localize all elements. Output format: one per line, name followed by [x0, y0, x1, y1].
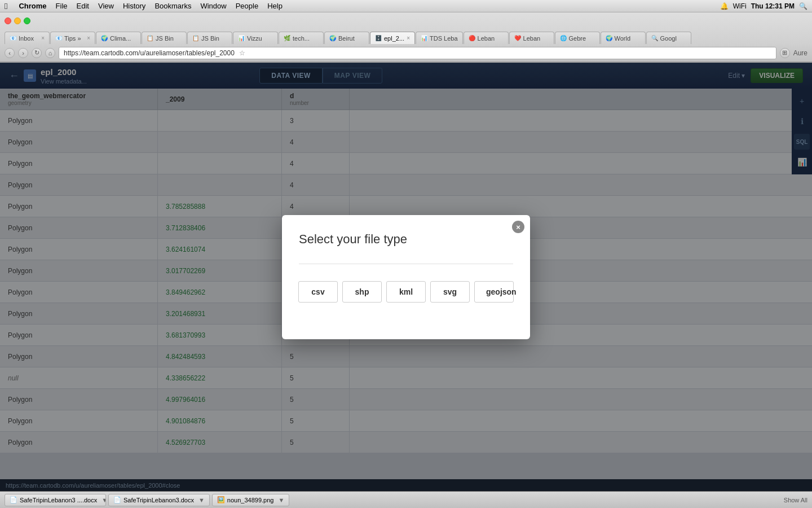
- home-button[interactable]: ⌂: [45, 48, 55, 58]
- user-label[interactable]: Aure: [793, 49, 807, 57]
- taskbar-item-arrow[interactable]: ▼: [278, 497, 284, 503]
- tab-leban1[interactable]: 🔴Leban: [464, 32, 509, 44]
- reload-button[interactable]: ↻: [32, 48, 42, 58]
- edit-menu[interactable]: Edit: [77, 2, 89, 10]
- taskbar-item-arrow[interactable]: ▼: [198, 497, 205, 503]
- taskbar-item-2[interactable]: 🖼️noun_34899.png▼: [212, 494, 289, 506]
- system-icons: 🔔 WiFi Thu 12:31 PM 🔍: [720, 2, 807, 10]
- file-type-csv-button[interactable]: csv: [298, 281, 338, 303]
- tab-vizzu[interactable]: 📊Vizzu: [233, 32, 278, 44]
- modal-close-button[interactable]: ×: [512, 221, 524, 233]
- minimize-window-button[interactable]: [14, 17, 21, 24]
- tab-tips[interactable]: 📧Tips »×: [50, 32, 95, 44]
- bookmark-star-icon[interactable]: ☆: [239, 49, 245, 57]
- back-button[interactable]: ‹: [5, 48, 15, 58]
- file-type-kml-button[interactable]: kml: [386, 281, 426, 303]
- tab-clima[interactable]: 🌍Clima...: [96, 32, 141, 44]
- file-type-svg-button[interactable]: svg: [430, 281, 470, 303]
- url-text: https://team.cartodb.com/u/aureliamoser/…: [64, 49, 235, 57]
- file-type-shp-button[interactable]: shp: [342, 281, 382, 303]
- address-bar[interactable]: https://team.cartodb.com/u/aureliamoser/…: [59, 47, 776, 59]
- tab-gebre[interactable]: 🌐Gebre: [555, 32, 600, 44]
- taskbar-item-icon: 📄: [10, 496, 17, 503]
- file-type-modal: × Select your file type csvshpkmlsvggeoj…: [282, 215, 530, 339]
- view-menu[interactable]: View: [98, 2, 114, 10]
- file-menu[interactable]: File: [56, 2, 68, 10]
- apple-icon[interactable]: : [5, 1, 7, 11]
- clock: Thu 12:31 PM: [751, 2, 795, 10]
- tab-inbox[interactable]: 📧Inbox×: [5, 32, 50, 44]
- modal-title: Select your file type: [299, 232, 513, 247]
- modal-overlay: × Select your file type csvshpkmlsvggeoj…: [0, 63, 812, 492]
- tab-jsbin1[interactable]: 📋JS Bin: [142, 32, 187, 44]
- maximize-window-button[interactable]: [24, 17, 30, 24]
- tab-beirut[interactable]: 🌍Beirut: [324, 32, 369, 44]
- help-menu[interactable]: Help: [267, 2, 283, 10]
- tab-jsbin2[interactable]: 📋JS Bin: [187, 32, 232, 44]
- show-all-label[interactable]: Show All: [784, 497, 807, 503]
- tab-epl2000[interactable]: 🗄️epl_2...×: [370, 32, 415, 44]
- tab-world[interactable]: 🌍World: [601, 32, 646, 44]
- window-menu[interactable]: Window: [200, 2, 226, 10]
- history-menu[interactable]: History: [123, 2, 145, 10]
- forward-button[interactable]: ›: [18, 48, 28, 58]
- taskbar-item-label: SafeTripinLebanon3.docx: [123, 497, 194, 503]
- taskbar-item-label: SafeTripinLebanon3 ....docx: [20, 497, 97, 503]
- taskbar-item-icon: 🖼️: [217, 496, 225, 503]
- taskbar-items: 📄SafeTripinLebanon3 ....docx▼📄SafeTripin…: [5, 494, 289, 506]
- taskbar-item-1[interactable]: 📄SafeTripinLebanon3.docx▼: [108, 494, 210, 506]
- traffic-lights: [5, 17, 30, 24]
- bookmarks-menu[interactable]: Bookmarks: [155, 2, 191, 10]
- tab-tds[interactable]: 📊TDS Leba: [416, 32, 463, 44]
- notification-icon[interactable]: 🔔: [720, 2, 729, 10]
- mac-topbar:  Chrome File Edit View History Bookmark…: [0, 0, 812, 12]
- file-type-buttons-group: csvshpkmlsvggeojson: [299, 281, 513, 303]
- people-menu[interactable]: People: [236, 2, 258, 10]
- chrome-menu[interactable]: Chrome: [19, 2, 46, 10]
- tab-google[interactable]: 🔍Googl: [646, 32, 691, 44]
- wifi-icon[interactable]: WiFi: [733, 2, 747, 10]
- file-type-geojson-button[interactable]: geojson: [474, 281, 514, 303]
- browser-addressbar: ‹ › ↻ ⌂ https://team.cartodb.com/u/aurel…: [0, 44, 812, 62]
- modal-divider: [299, 264, 513, 264]
- search-icon[interactable]: 🔍: [799, 2, 807, 10]
- taskbar-item-label: noun_34899.png: [227, 497, 274, 503]
- close-window-button[interactable]: [5, 17, 11, 24]
- tab-tech[interactable]: 🌿tech...: [279, 32, 324, 44]
- browser-titlebar: [0, 12, 812, 29]
- browser-chrome: 📧Inbox× 📧Tips »× 🌍Clima... 📋JS Bin 📋JS B…: [0, 12, 812, 63]
- taskbar-item-icon: 📄: [113, 496, 121, 503]
- taskbar: 📄SafeTripinLebanon3 ....docx▼📄SafeTripin…: [0, 491, 812, 508]
- taskbar-item-0[interactable]: 📄SafeTripinLebanon3 ....docx▼: [5, 494, 106, 506]
- taskbar-item-arrow[interactable]: ▼: [102, 497, 106, 503]
- browser-tabs: 📧Inbox× 📧Tips »× 🌍Clima... 📋JS Bin 📋JS B…: [0, 29, 812, 44]
- app-container: ← ▤ epl_2000 View metadata... DATA VIEW …: [0, 63, 812, 508]
- extensions-button[interactable]: ⊞: [780, 48, 790, 58]
- tab-leban2[interactable]: ❤️Leban: [509, 32, 554, 44]
